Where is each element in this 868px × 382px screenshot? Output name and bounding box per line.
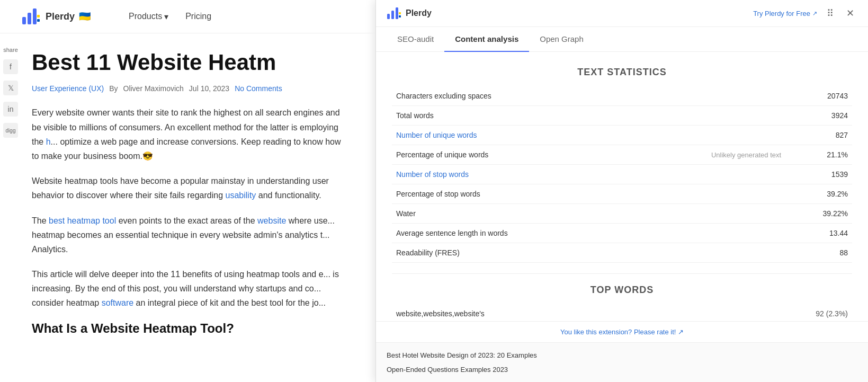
- article-author: Oliver Maximovich: [123, 84, 184, 93]
- stat-value-pct-stop: 39.2%: [785, 184, 852, 204]
- site-nav: Plerdy 🇺🇦 Products ▾ Pricing: [0, 0, 375, 33]
- panel-logo-text: Plerdy: [406, 8, 432, 18]
- stats-table: Characters excluding spaces 20743 Total …: [392, 86, 852, 263]
- article-para-2: Website heatmap tools have become a popu…: [32, 174, 349, 202]
- stat-row-water: Water 39.22%: [392, 204, 852, 224]
- article-category[interactable]: User Experience (UX): [32, 84, 104, 93]
- try-free-link[interactable]: Try Plerdy for Free ↗: [753, 10, 817, 17]
- share-label: share: [3, 47, 18, 53]
- heatmap-link[interactable]: h: [46, 137, 51, 146]
- stat-label-stop-words[interactable]: Number of stop words: [392, 165, 630, 184]
- stat-value-readability: 88: [785, 243, 852, 263]
- article-para-1: Every website owner wants their site to …: [32, 105, 349, 163]
- article-title: Best 11 Website Heatm: [32, 49, 349, 76]
- stat-note-avg-sentence: [630, 224, 785, 243]
- stat-label-words: Total words: [392, 106, 630, 126]
- stat-note-readability: [630, 243, 785, 263]
- stat-value-chars: 20743: [785, 86, 852, 106]
- article-para-3: The best heatmap tool even points to the…: [32, 214, 349, 257]
- top-word-value-1: 92 (2.3%): [716, 304, 852, 321]
- article-area: Best 11 Website Heatm User Experience (U…: [0, 33, 375, 352]
- article-author-prefix: By: [109, 84, 118, 93]
- related-article-2[interactable]: Open-Ended Questions Examples 2023: [387, 362, 857, 377]
- panel-logo: Plerdy: [387, 6, 432, 21]
- twitter-icon[interactable]: 𝕏: [3, 81, 18, 95]
- stat-label-pct-unique: Percentage of unique words: [392, 145, 630, 165]
- stat-label-water: Water: [392, 204, 630, 224]
- svg-rect-6: [391, 11, 394, 19]
- site-logo[interactable]: Plerdy 🇺🇦: [21, 6, 91, 26]
- divider: [392, 273, 852, 274]
- best-heatmap-link[interactable]: best heatmap tool: [49, 216, 116, 225]
- stat-value-unique-words: 827: [785, 126, 852, 145]
- top-words-table: website,websites,website's 92 (2.3%) too…: [392, 304, 852, 321]
- linkedin-icon[interactable]: in: [3, 102, 18, 117]
- nav-items: Products ▾ Pricing: [129, 12, 211, 22]
- panel-header-right: Try Plerdy for Free ↗ ⠿ ✕: [753, 5, 857, 21]
- panel-header: Plerdy Try Plerdy for Free ↗ ⠿ ✕: [376, 0, 868, 27]
- stat-note-pct-unique: Unlikely generated text: [630, 145, 785, 165]
- external-link-icon: ↗: [812, 10, 817, 17]
- stat-label-chars: Characters excluding spaces: [392, 86, 630, 106]
- tab-content-analysis[interactable]: Content analysis: [444, 27, 529, 52]
- website-link[interactable]: website: [257, 216, 286, 225]
- svg-rect-7: [396, 7, 398, 19]
- stat-row-pct-stop: Percentage of stop words 39.2%: [392, 184, 852, 204]
- tab-seo-audit[interactable]: SEO-audit: [387, 27, 444, 52]
- svg-rect-8: [399, 12, 401, 14]
- social-sidebar: share f 𝕏 in digg: [0, 42, 21, 142]
- stat-value-words: 3924: [785, 106, 852, 126]
- article-para-4: This article will delve deeper into the …: [32, 267, 349, 310]
- rate-external-icon: ↗: [678, 328, 684, 336]
- stat-note-words: [630, 106, 785, 126]
- article-meta: User Experience (UX) By Oliver Maximovic…: [32, 84, 349, 93]
- stat-label-pct-stop: Percentage of stop words: [392, 184, 630, 204]
- stat-row-pct-unique: Percentage of unique words Unlikely gene…: [392, 145, 852, 165]
- top-words-title: TOP words: [392, 285, 852, 296]
- panel-footer[interactable]: You like this extension? Please rate it!…: [376, 321, 868, 342]
- settings-button[interactable]: ⠿: [824, 5, 837, 21]
- software-link[interactable]: software: [102, 298, 133, 307]
- stat-row-readability: Readability (FRES) 88: [392, 243, 852, 263]
- stat-row-stop-words: Number of stop words 1539: [392, 165, 852, 184]
- article-date: Jul 10, 2023: [189, 84, 229, 93]
- close-button[interactable]: ✕: [843, 5, 857, 21]
- svg-rect-2: [33, 8, 37, 24]
- related-article-1[interactable]: Best Hotel Website Design of 2023: 20 Ex…: [387, 348, 857, 362]
- chevron-down-icon: ▾: [164, 12, 168, 22]
- svg-rect-9: [399, 15, 401, 17]
- panel-tabs: SEO-audit Content analysis Open Graph: [376, 27, 868, 52]
- usability-link[interactable]: usability: [226, 191, 256, 200]
- plerdy-logo-icon: [21, 6, 41, 26]
- stat-label-unique-words[interactable]: Number of unique words: [392, 126, 630, 145]
- tab-open-graph[interactable]: Open Graph: [529, 27, 594, 52]
- digg-icon[interactable]: digg: [3, 123, 18, 138]
- facebook-icon[interactable]: f: [3, 59, 18, 74]
- stat-value-avg-sentence: 13.44: [785, 224, 852, 243]
- top-word-row-1: website,websites,website's 92 (2.3%): [392, 304, 852, 321]
- article-subheading: What Is a Website Heatmap Tool?: [32, 321, 349, 336]
- top-word-label-1: website,websites,website's: [392, 304, 716, 321]
- footer-text: You like this extension? Please rate it!…: [560, 328, 684, 336]
- svg-rect-4: [37, 19, 40, 22]
- ua-flag: 🇺🇦: [79, 11, 91, 22]
- nav-products[interactable]: Products ▾: [129, 12, 168, 22]
- stat-note-stop-words: [630, 165, 785, 184]
- stat-note-chars: [630, 86, 785, 106]
- text-statistics-title: TEXT STATISTICS: [392, 67, 852, 78]
- stat-label-avg-sentence: Average sentence length in words: [392, 224, 630, 243]
- article-body: Every website owner wants their site to …: [32, 105, 349, 335]
- stat-value-stop-words: 1539: [785, 165, 852, 184]
- stat-note-pct-stop: [630, 184, 785, 204]
- site-logo-text: Plerdy: [46, 11, 75, 22]
- nav-pricing[interactable]: Pricing: [185, 12, 211, 22]
- svg-rect-1: [28, 13, 31, 24]
- stat-row-unique-words: Number of unique words 827: [392, 126, 852, 145]
- plerdy-panel: Plerdy Try Plerdy for Free ↗ ⠿ ✕ SEO-aud…: [375, 0, 868, 382]
- site-content: Plerdy 🇺🇦 Products ▾ Pricing share f 𝕏 i…: [0, 0, 375, 382]
- stat-row-words: Total words 3924: [392, 106, 852, 126]
- article-comments[interactable]: No Comments: [235, 84, 282, 93]
- stat-value-pct-unique: 21.1%: [785, 145, 852, 165]
- stat-row-avg-sentence: Average sentence length in words 13.44: [392, 224, 852, 243]
- stat-value-water: 39.22%: [785, 204, 852, 224]
